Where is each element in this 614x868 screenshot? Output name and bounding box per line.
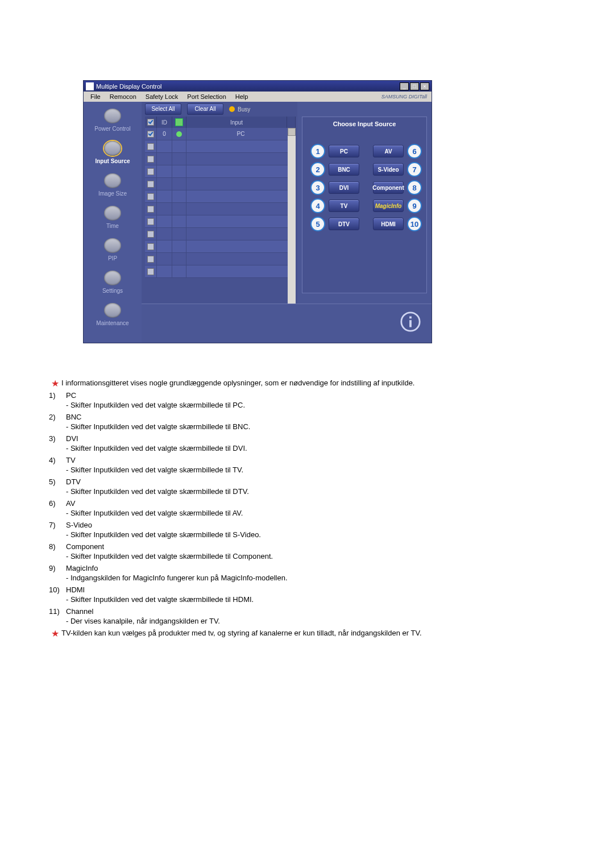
pip-icon <box>104 238 121 253</box>
source-button-dtv[interactable]: DTV <box>329 218 359 230</box>
sidebar-item-settings[interactable]: Settings <box>84 264 142 296</box>
list-item: 2)BNC- Skifter Inputkilden ved det valgt… <box>49 413 563 431</box>
app-body: Power Control Input Source Image Size Ti… <box>84 102 432 343</box>
row-input <box>186 215 296 227</box>
select-all-button[interactable]: Select All <box>145 103 181 115</box>
item-name: PC <box>66 391 245 400</box>
clear-all-button[interactable]: Clear All <box>187 103 223 115</box>
table-row[interactable] <box>145 215 296 228</box>
source-button-dvi[interactable]: DVI <box>329 181 359 194</box>
item-desc: - Der vises kanalpile, når indgangskilde… <box>66 617 220 625</box>
row-id <box>157 178 172 190</box>
menu-remocon[interactable]: Remocon <box>105 93 141 100</box>
intro-note: ★ I informationsgitteret vises nogle gru… <box>49 379 563 389</box>
header-id: ID <box>157 117 172 128</box>
input-source-icon <box>104 141 121 156</box>
menu-help[interactable]: Help <box>231 93 253 100</box>
row-checkbox[interactable] <box>145 165 157 177</box>
close-button[interactable]: × <box>420 82 429 90</box>
item-number: 8) <box>49 542 66 560</box>
item-desc: - Skifter Inputkilden ved det valgte skæ… <box>66 552 273 560</box>
table-row[interactable] <box>145 265 296 278</box>
row-id <box>157 140 172 152</box>
item-number: 3) <box>49 434 66 452</box>
input-source-panel: Choose Input Source 1PC2BNC3DVI4TV5DTVAV… <box>302 117 427 293</box>
row-checkbox[interactable] <box>145 153 157 165</box>
menu-port-selection[interactable]: Port Selection <box>182 93 230 100</box>
row-input <box>186 253 296 265</box>
table-row[interactable] <box>145 165 296 178</box>
table-row[interactable]: 0PC <box>145 128 296 140</box>
table-row[interactable] <box>145 240 296 253</box>
row-checkbox[interactable] <box>145 140 157 152</box>
list-item: 4)TV- Skifter Inputkilden ved det valgte… <box>49 456 563 474</box>
item-desc: - Skifter Inputkilden ved det valgte skæ… <box>66 487 249 496</box>
row-status <box>172 190 186 202</box>
number-badge: 3 <box>310 180 325 195</box>
minimize-button[interactable]: _ <box>400 82 409 90</box>
table-row[interactable] <box>145 178 296 190</box>
row-input <box>186 228 296 240</box>
row-id <box>157 265 172 277</box>
item-name: MagicInfo <box>66 564 288 572</box>
row-checkbox[interactable] <box>145 190 157 202</box>
item-number: 2) <box>49 413 66 431</box>
sidebar-item-label: Maintenance <box>96 320 128 326</box>
row-checkbox[interactable] <box>145 178 157 190</box>
item-name: HDMI <box>66 585 254 594</box>
table-row[interactable] <box>145 153 296 165</box>
list-item: 3)DVI- Skifter Inputkilden ved det valgt… <box>49 434 563 452</box>
sidebar-item-maintenance[interactable]: Maintenance <box>84 296 142 329</box>
brand-label: SAMSUNG DIGITall <box>377 94 432 99</box>
sidebar-item-power-control[interactable]: Power Control <box>84 102 142 134</box>
source-row: Component8 <box>373 181 422 194</box>
row-checkbox[interactable] <box>145 228 157 240</box>
item-desc: - Skifter Inputkilden ved det valgte skæ… <box>66 444 247 452</box>
row-checkbox[interactable] <box>145 240 157 252</box>
source-button-pc[interactable]: PC <box>329 145 359 157</box>
table-row[interactable] <box>145 140 296 153</box>
window-title: Multiple Display Control <box>96 83 162 90</box>
source-button-s-video[interactable]: S-Video <box>373 163 404 176</box>
busy-dot-icon <box>229 106 235 112</box>
source-button-hdmi[interactable]: HDMI <box>373 218 404 230</box>
table-row[interactable] <box>145 190 296 203</box>
row-id <box>157 190 172 202</box>
number-badge: 6 <box>407 144 422 159</box>
source-button-magicinfo[interactable]: MagicInfo <box>373 200 404 212</box>
table-row[interactable] <box>145 253 296 265</box>
sidebar-item-image-size[interactable]: Image Size <box>84 167 142 199</box>
number-badge: 1 <box>310 144 325 159</box>
row-status <box>172 203 186 215</box>
table-row[interactable] <box>145 203 296 215</box>
list-item: 7)S-Video- Skifter Inputkilden ved det v… <box>49 521 563 539</box>
sidebar-item-time[interactable]: Time <box>84 199 142 231</box>
sidebar-item-input-source[interactable]: Input Source <box>84 134 142 167</box>
row-input <box>186 265 296 277</box>
menu-file[interactable]: File <box>86 93 105 100</box>
row-checkbox[interactable] <box>145 265 157 277</box>
row-checkbox[interactable] <box>145 253 157 265</box>
source-row: 5DTV <box>310 217 359 231</box>
row-checkbox[interactable] <box>145 203 157 215</box>
source-button-bnc[interactable]: BNC <box>329 163 359 176</box>
settings-icon <box>104 271 121 285</box>
table-row[interactable] <box>145 228 296 240</box>
maximize-button[interactable]: □ <box>410 82 419 90</box>
menu-safety-lock[interactable]: Safety Lock <box>141 93 182 100</box>
sidebar-item-pip[interactable]: PIP <box>84 231 142 264</box>
panel-title: Choose Input Source <box>302 117 426 131</box>
list-item: 10)HDMI- Skifter Inputkilden ved det val… <box>49 585 563 604</box>
item-name: S-Video <box>66 521 261 529</box>
number-badge: 2 <box>310 162 325 177</box>
header-checkbox[interactable] <box>145 117 157 128</box>
scroll-up-button[interactable] <box>288 128 296 136</box>
source-button-av[interactable]: AV <box>373 145 404 157</box>
source-button-component[interactable]: Component <box>373 181 404 194</box>
sidebar: Power Control Input Source Image Size Ti… <box>84 102 142 343</box>
row-checkbox[interactable] <box>145 215 157 227</box>
source-button-tv[interactable]: TV <box>329 200 359 212</box>
row-checkbox[interactable] <box>145 128 157 140</box>
row-id <box>157 253 172 265</box>
item-desc: - Skifter Inputkilden ved det valgte skæ… <box>66 595 254 604</box>
